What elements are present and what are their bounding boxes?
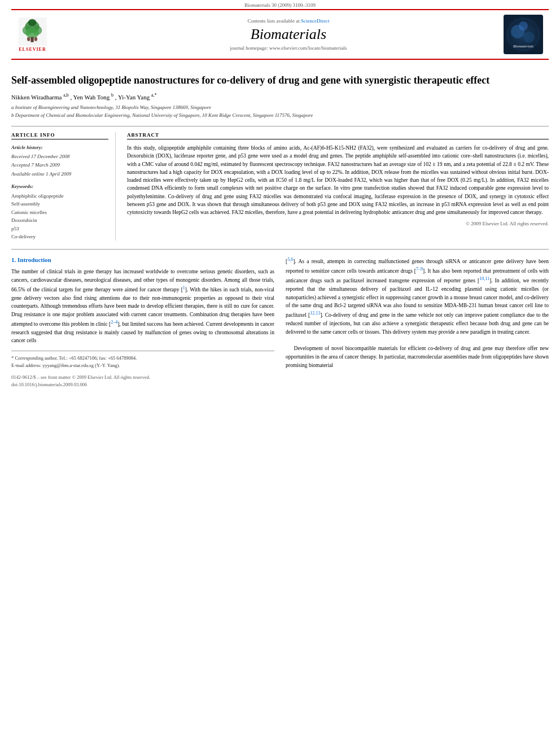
article-info-header: ARTICLE INFO <box>11 132 108 139</box>
body-section: 1. Introduction The number of clinical t… <box>11 249 549 388</box>
article-container: Self-assembled oligopeptide nanostructur… <box>11 60 549 395</box>
svg-point-4 <box>25 28 39 38</box>
bottom-info: 0142-9612/$ – see front matter © 2009 El… <box>11 374 274 389</box>
affiliations: a Institute of Bioengineering and Nanote… <box>11 104 549 119</box>
journal-name: Biomaterials <box>79 26 498 43</box>
section-title-text: Introduction <box>18 256 51 263</box>
body-right-col: [5,6]. As a result, attempts in correcti… <box>286 256 549 388</box>
journal-homepage: journal homepage: www.elsevier.com/locat… <box>79 45 498 51</box>
elsevier-tree-icon <box>17 18 48 46</box>
affiliation-marker-a2: a,* <box>151 93 157 98</box>
svg-point-6 <box>28 19 37 26</box>
abstract-col: ABSTRACT In this study, oligopeptide amp… <box>127 132 549 241</box>
email-footnote: E-mail address: yyyang@ibm.a-star.edu.sg… <box>11 362 274 369</box>
svg-point-13 <box>519 21 528 30</box>
article-history-label: Article history: <box>11 144 108 151</box>
article-title: Self-assembled oligopeptide nanostructur… <box>11 74 549 87</box>
ref-7-9[interactable]: 7–9 <box>416 267 423 272</box>
keyword-2: Self-assembly <box>11 200 108 208</box>
section-number: 1. <box>11 256 16 263</box>
sciencedirect-label: Contents lists available at <box>248 18 300 24</box>
svg-point-12 <box>523 32 535 43</box>
keyword-6: Co-delivery <box>11 233 108 241</box>
keyword-3: Cationic micelles <box>11 208 108 216</box>
ref-2-4[interactable]: 2–4 <box>111 320 117 325</box>
article-accepted: Accepted 7 March 2009 <box>11 161 108 169</box>
authors: Nikken Wiradharma a,b , Yen Wah Tong b ,… <box>11 93 549 101</box>
journal-header: ELSEVIER Contents lists available at Sci… <box>11 9 549 60</box>
keyword-1: Amphiphilic oligopeptide <box>11 192 108 200</box>
corresponding-author-footnote: * Corresponding author. Tel.: +65 682471… <box>11 355 274 362</box>
ref-12-13[interactable]: 12,13 <box>310 311 320 316</box>
abstract-header: ABSTRACT <box>127 132 549 139</box>
homepage-label: journal homepage: www.elsevier.com/locat… <box>230 45 347 51</box>
elsevier-label: ELSEVIER <box>19 47 46 52</box>
introduction-title: 1. Introduction <box>11 256 274 263</box>
sciencedirect-line: Contents lists available at ScienceDirec… <box>79 18 498 24</box>
ref-5-6[interactable]: 5,6 <box>287 257 293 262</box>
journal-header-right: Biomaterials <box>498 15 543 54</box>
keyword-4: Doxorubicin <box>11 216 108 224</box>
affiliation-b: b Department of Chemical and Biomolecula… <box>11 112 549 120</box>
biomaterials-badge: Biomaterials <box>504 15 543 54</box>
ref-10-11[interactable]: 10,11 <box>479 276 489 281</box>
body-left-col: 1. Introduction The number of clinical t… <box>11 256 274 388</box>
author-comma-2: , Yi-Yan Yang <box>115 94 151 101</box>
badge-image-icon: Biomaterials <box>504 15 543 54</box>
citation-text: Biomaterials 30 (2009) 3100–3109 <box>244 2 316 8</box>
svg-point-7 <box>27 37 30 41</box>
affiliation-a: a Institute of Bioengineering and Nanote… <box>11 104 549 112</box>
svg-rect-5 <box>30 37 33 42</box>
article-info-abstract-section: ARTICLE INFO Article history: Received 1… <box>11 126 549 241</box>
article-info-col: ARTICLE INFO Article history: Received 1… <box>11 132 116 241</box>
journal-header-left: ELSEVIER <box>17 18 79 52</box>
elsevier-logo: ELSEVIER <box>17 18 48 52</box>
article-received: Received 17 December 2008 <box>11 153 108 160</box>
keywords-label: Keywords: <box>11 183 108 190</box>
journal-header-center: Contents lists available at ScienceDirec… <box>79 18 498 51</box>
copyright-line: © 2009 Elsevier Ltd. All rights reserved… <box>127 221 549 226</box>
doi-info: doi:10.1016/j.biomaterials.2009.03.006 <box>11 381 274 389</box>
keywords-section: Keywords: Amphiphilic oligopeptide Self-… <box>11 183 108 241</box>
affiliation-marker-a: a,b <box>63 93 69 98</box>
ref-1[interactable]: 1 <box>183 285 185 290</box>
affiliation-marker-b: b <box>111 93 113 98</box>
svg-point-8 <box>34 37 37 41</box>
abstract-text: In this study, oligopeptide amphiphile c… <box>127 144 549 216</box>
author-wiradharma: Nikken Wiradharma <box>11 94 63 101</box>
author-comma-1: , Yen Wah Tong <box>71 94 112 101</box>
introduction-right-text: [5,6]. As a result, attempts in correcti… <box>286 256 549 369</box>
introduction-left-text: The number of clinical trials in gene th… <box>11 268 274 345</box>
license-info: 0142-9612/$ – see front matter © 2009 El… <box>11 374 274 382</box>
article-available: Available online 1 April 2009 <box>11 171 108 178</box>
svg-text:Biomaterials: Biomaterials <box>513 44 533 49</box>
citation-bar: Biomaterials 30 (2009) 3100–3109 <box>0 0 560 9</box>
footnote-area: * Corresponding author. Tel.: +65 682471… <box>11 351 274 369</box>
sciencedirect-link[interactable]: ScienceDirect <box>301 18 329 24</box>
keyword-5: p53 <box>11 225 108 233</box>
